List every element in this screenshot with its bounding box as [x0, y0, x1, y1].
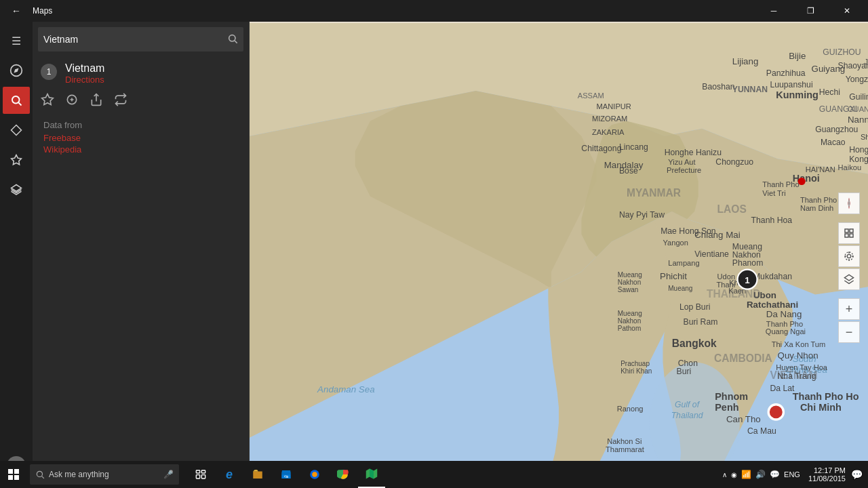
notifications-icon[interactable]: 💬 — [770, 470, 780, 479]
sidebar-item-search[interactable] — [3, 87, 30, 114]
notifications-button[interactable]: 💬 — [851, 469, 863, 480]
search-icon[interactable] — [227, 33, 238, 46]
svg-text:1: 1 — [745, 275, 750, 285]
svg-point-139 — [847, 255, 850, 258]
locate-button[interactable] — [838, 245, 860, 267]
microphone-icon[interactable]: 🎤 — [163, 470, 174, 479]
volume-icon[interactable]: 🔊 — [755, 470, 766, 479]
explorer-button[interactable] — [244, 461, 271, 488]
svg-text:Lampang: Lampang — [668, 259, 699, 267]
svg-text:Mueang: Mueang — [618, 271, 642, 279]
taskbar-search[interactable]: Ask me anything 🎤 — [30, 464, 179, 485]
svg-text:Buri: Buri — [677, 367, 692, 376]
sidebar-item-hamburger[interactable]: ☰ — [3, 27, 30, 54]
zoom-in-button[interactable]: + — [838, 298, 860, 320]
svg-text:Andaman Sea: Andaman Sea — [317, 384, 374, 394]
map-area[interactable]: Andaman Sea Gulf of Thailand South China… — [250, 22, 868, 488]
sidebar-item-directions[interactable] — [3, 117, 30, 144]
svg-text:Phnom: Phnom — [715, 391, 748, 402]
firefox-button[interactable] — [301, 461, 328, 488]
svg-text:Nanning: Nanning — [848, 115, 868, 125]
svg-text:Quang Ngai: Quang Ngai — [766, 327, 806, 336]
svg-text:Da Lat: Da Lat — [770, 384, 795, 393]
taskview-button[interactable] — [187, 461, 214, 488]
svg-text:ZAKARIA: ZAKARIA — [592, 128, 625, 136]
grid-button[interactable] — [838, 222, 860, 244]
sidebar: ☰ — [0, 22, 33, 488]
svg-text:Thanh Pho: Thanh Pho — [762, 180, 799, 188]
svg-rect-137 — [845, 234, 848, 237]
chrome-button[interactable] — [330, 461, 357, 488]
svg-rect-147 — [14, 469, 19, 474]
svg-text:Nay Pyi Taw: Nay Pyi Taw — [619, 210, 665, 220]
svg-text:Phanom: Phanom — [732, 258, 764, 268]
svg-text:Yongzhou: Yongzhou — [846, 75, 868, 84]
svg-text:Chiang Mai: Chiang Mai — [694, 230, 740, 240]
svg-point-159 — [312, 472, 317, 477]
result-info: Vietnam Directions — [65, 62, 241, 85]
start-button[interactable] — [0, 461, 27, 488]
svg-text:Nakhon Si: Nakhon Si — [607, 437, 642, 445]
close-button[interactable]: ✕ — [831, 0, 863, 22]
svg-text:Sawan: Sawan — [618, 286, 639, 293]
restore-button[interactable]: ❐ — [795, 0, 826, 22]
data-from-label: Data from — [43, 120, 238, 130]
svg-text:Vientiane: Vientiane — [694, 249, 729, 259]
svg-rect-155 — [201, 475, 205, 479]
svg-text:MIZORAM: MIZORAM — [592, 115, 627, 123]
svg-text:MANIPUR: MANIPUR — [597, 102, 631, 110]
zoom-out-button[interactable]: − — [838, 321, 860, 343]
svg-rect-154 — [196, 475, 199, 479]
svg-text:Chittagong: Chittagong — [581, 144, 621, 153]
svg-text:Guiyang: Guiyang — [812, 64, 846, 74]
svg-text:Thammarat: Thammarat — [606, 445, 644, 453]
svg-point-150 — [37, 471, 42, 476]
svg-text:Khiri Khan: Khiri Khan — [620, 367, 652, 375]
wifi-icon[interactable]: 📶 — [741, 470, 751, 479]
clock-time: 12:17 PM — [814, 466, 846, 474]
svg-point-9 — [229, 35, 235, 41]
svg-text:Mueang: Mueang — [618, 310, 642, 317]
svg-text:Quy Nhon: Quy Nhon — [778, 350, 818, 361]
window-title: Maps — [33, 6, 52, 16]
wikipedia-link[interactable]: Wikipedia — [43, 144, 238, 155]
directions-link[interactable]: Directions — [65, 75, 241, 85]
sidebar-item-explore[interactable] — [3, 57, 30, 84]
freebase-link[interactable]: Freebase — [43, 133, 238, 143]
share-icon[interactable] — [90, 93, 103, 109]
tray-chevron[interactable]: ∧ — [722, 471, 727, 479]
sidebar-item-layers[interactable] — [3, 176, 30, 203]
svg-rect-149 — [14, 475, 19, 480]
minimize-button[interactable]: ─ — [758, 0, 789, 22]
sidebar-item-favorites[interactable] — [3, 146, 30, 174]
search-panel: 1 Vietnam Directions — [33, 22, 250, 488]
svg-text:Viet Tri: Viet Tri — [762, 189, 785, 197]
svg-line-151 — [42, 476, 44, 479]
svg-text:Lop Buri: Lop Buri — [679, 302, 711, 312]
favorite-icon[interactable] — [41, 93, 54, 109]
search-bar[interactable] — [38, 27, 243, 52]
taskbar-clock[interactable]: 12:17 PM 11/08/2015 — [808, 466, 846, 483]
svg-text:Hong: Hong — [849, 145, 868, 155]
collection-icon[interactable] — [65, 93, 79, 109]
svg-text:Huyen Tay Hoa: Huyen Tay Hoa — [776, 363, 828, 371]
svg-line-10 — [235, 41, 237, 43]
svg-text:Chongzuo: Chongzuo — [715, 157, 753, 167]
svg-text:Guilin: Guilin — [849, 92, 868, 102]
maps-taskbar-button[interactable] — [358, 461, 385, 488]
store-button[interactable]: 🛍 — [273, 461, 300, 488]
svg-point-129 — [798, 178, 806, 185]
search-input[interactable] — [43, 34, 227, 45]
back-button[interactable]: ← — [5, 0, 27, 22]
search-result-item[interactable]: 1 Vietnam Directions — [33, 57, 249, 90]
svg-text:Kunming: Kunming — [776, 89, 818, 100]
action-bar — [33, 90, 249, 112]
compass-button[interactable] — [838, 192, 860, 214]
ie-button[interactable]: e — [216, 461, 243, 488]
layers-button[interactable] — [838, 268, 860, 290]
taskbar-right: ∧ ◉ 📶 🔊 💬 ∧ ◉ 📶 🔊 💬 ENG ENG 12:17 PM 11/… — [722, 466, 868, 483]
svg-text:Thi Xa Kon Tum: Thi Xa Kon Tum — [772, 340, 826, 348]
svg-text:Luupanshui: Luupanshui — [770, 80, 812, 89]
more-icon[interactable] — [114, 93, 127, 109]
svg-line-3 — [18, 102, 21, 105]
